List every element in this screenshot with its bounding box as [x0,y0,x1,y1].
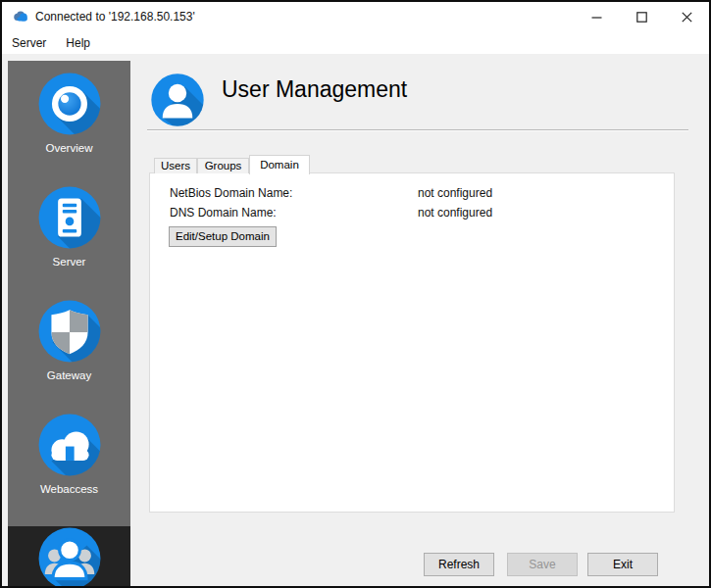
dns-domain-label: DNS Domain Name: [170,206,277,220]
close-button[interactable] [664,2,709,31]
save-button[interactable]: Save [507,553,578,576]
edit-setup-domain-button[interactable]: Edit/Setup Domain [169,226,277,247]
refresh-button[interactable]: Refresh [424,553,494,576]
sidebar-item-gateway[interactable]: Gateway [8,299,130,402]
sidebar: Overview Server [8,61,130,576]
maximize-button[interactable] [619,2,664,31]
app-cloud-icon [12,10,29,24]
netbios-domain-label: NetBios Domain Name: [170,186,292,200]
app-window: Connected to '192.168.50.153' Server Hel… [0,0,711,588]
sidebar-label-gateway: Gateway [8,369,130,381]
shield-icon [37,299,102,364]
tab-domain[interactable]: Domain [249,155,310,174]
window-controls [574,2,709,31]
menu-help[interactable]: Help [56,33,100,53]
netbios-domain-value: not configured [418,186,492,200]
sidebar-item-server[interactable]: Server [8,185,130,288]
server-tower-icon [37,185,102,250]
minimize-icon [591,12,602,23]
menu-server[interactable]: Server [2,33,56,53]
tab-groups[interactable]: Groups [197,158,249,173]
user-icon [150,73,205,127]
cloud-icon [37,413,102,477]
tab-strip: Users Groups Domain [154,154,310,173]
tab-users[interactable]: Users [154,158,197,173]
titlebar: Connected to '192.168.50.153' [2,2,709,31]
exit-button[interactable]: Exit [587,553,658,576]
menubar: Server Help [2,31,709,54]
users-group-icon [37,526,102,588]
sidebar-label-server: Server [8,256,130,268]
sidebar-label-webaccess: Webaccess [8,483,130,495]
window-title: Connected to '192.168.50.153' [35,10,195,24]
header-divider [147,129,688,131]
dns-domain-value: not configured [418,206,492,220]
close-icon [682,12,692,23]
minimize-button[interactable] [574,2,619,31]
sidebar-label-overview: Overview [8,142,130,154]
domain-tab-panel: NetBios Domain Name: not configured DNS … [149,172,675,513]
maximize-icon [636,12,647,23]
sidebar-item-overview[interactable]: Overview [8,72,130,174]
page-title: User Management [222,76,407,103]
camera-lens-icon [37,72,102,136]
sidebar-item-webaccess[interactable]: Webaccess [8,413,130,515]
sidebar-item-users[interactable]: Users [8,526,130,588]
